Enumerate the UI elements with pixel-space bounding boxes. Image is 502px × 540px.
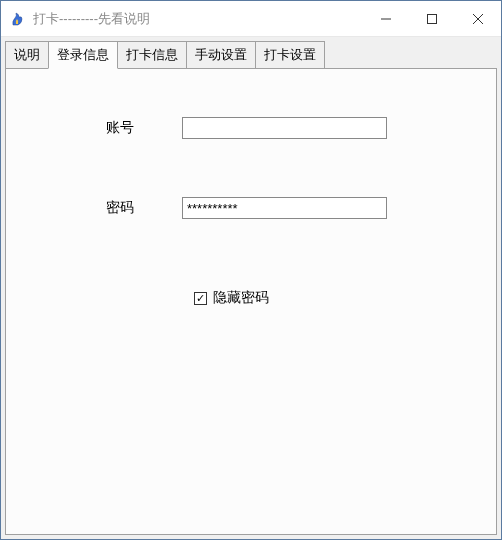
window-title: 打卡---------先看说明 [33,10,363,28]
hide-password-row: ✓ 隐藏密码 [194,289,269,307]
hide-password-checkbox[interactable]: ✓ [194,292,207,305]
tab-instructions[interactable]: 说明 [5,41,49,69]
app-icon [9,10,27,28]
password-label: 密码 [106,199,166,217]
tab-panel-login-info: 账号 密码 ✓ 隐藏密码 [5,68,497,535]
svg-rect-1 [428,14,437,23]
account-row: 账号 [106,117,387,139]
window-controls [363,1,501,36]
close-button[interactable] [455,1,501,36]
account-label: 账号 [106,119,166,137]
tabstrip: 说明 登录信息 打卡信息 手动设置 打卡设置 [5,41,497,69]
tab-manual-settings[interactable]: 手动设置 [186,41,256,69]
titlebar: 打卡---------先看说明 [1,1,501,37]
tab-login-info[interactable]: 登录信息 [48,41,118,69]
tab-punch-settings[interactable]: 打卡设置 [255,41,325,69]
password-input[interactable] [182,197,387,219]
account-input[interactable] [182,117,387,139]
hide-password-checkbox-wrap[interactable]: ✓ 隐藏密码 [194,289,269,307]
checkmark-icon: ✓ [196,293,205,304]
app-window: 打卡---------先看说明 说明 登录信息 打卡信息 手动设置 打卡设置 账… [0,0,502,540]
minimize-button[interactable] [363,1,409,36]
maximize-button[interactable] [409,1,455,36]
client-area: 说明 登录信息 打卡信息 手动设置 打卡设置 账号 密码 ✓ 隐藏密码 [1,37,501,539]
password-row: 密码 [106,197,387,219]
hide-password-label: 隐藏密码 [213,289,269,307]
tab-punch-info[interactable]: 打卡信息 [117,41,187,69]
